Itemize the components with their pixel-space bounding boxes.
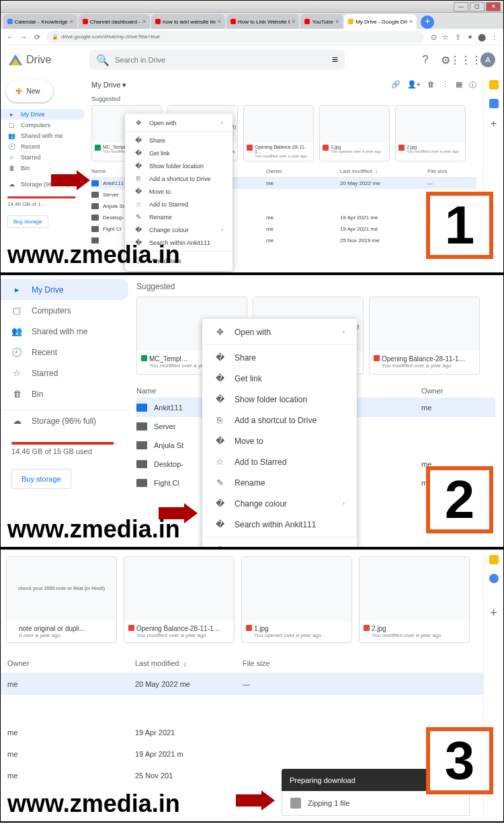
ctx-change-colour[interactable]: �Change colour›	[125, 223, 233, 236]
buy-storage-button[interactable]: Buy storage	[7, 215, 48, 228]
ctx-search-within-ankit111[interactable]: �Search within Ankit111	[202, 514, 357, 535]
browser-tab[interactable]: Calendar - Knowledge×	[3, 14, 77, 29]
menu-icon[interactable]: ⋮	[490, 33, 498, 41]
minimize-button[interactable]: —	[454, 2, 468, 11]
browser-tab[interactable]: how to add website lin×	[151, 14, 225, 29]
sidebar-item-bin[interactable]: 🗑Bin	[1, 383, 128, 404]
browser-tab[interactable]: How to Link Website t×	[226, 14, 299, 29]
sidebar-item-my-drive[interactable]: ▸My Drive	[1, 109, 85, 120]
sidebar-item-starred[interactable]: ☆Starred	[1, 363, 128, 383]
ctx-move-to[interactable]: �Move to	[202, 430, 357, 451]
sidebar-item-computers[interactable]: ▢Computers	[1, 300, 128, 321]
ctx-move-to[interactable]: �Move to	[125, 185, 233, 198]
sidebar-item-starred[interactable]: ☆Starred	[1, 152, 85, 163]
sidebar-item-recent[interactable]: 🕘Recent	[1, 141, 85, 152]
col-size[interactable]: File size	[427, 168, 447, 174]
ctx-get-link[interactable]: �Get link	[125, 147, 233, 159]
ctx-open-with[interactable]: ✥Open with›	[202, 322, 357, 342]
info-icon[interactable]: ⓘ	[469, 80, 476, 90]
col-modified[interactable]: Last modified ↓	[340, 168, 427, 174]
file-row[interactable]: me19 Apr 2021 m	[1, 743, 483, 765]
tab-close-icon[interactable]: ×	[142, 18, 146, 25]
col-owner[interactable]: Owner	[266, 168, 340, 174]
breadcrumb[interactable]: My Drive ▾	[91, 81, 126, 89]
suggested-card[interactable]: 1.jpgYou opened over a year ago	[319, 105, 390, 161]
ctx-rename[interactable]: ✎Rename	[202, 472, 357, 493]
extensions-icon[interactable]: ✦	[466, 33, 474, 41]
storage-item[interactable]: ☁ Storage (96% full)	[1, 410, 128, 431]
suggested-card[interactable]: 2.jpgYou modified over a year ago	[395, 105, 466, 161]
apps-icon[interactable]: ⋮⋮⋮	[460, 54, 471, 65]
tab-close-icon[interactable]: ×	[292, 18, 295, 25]
ctx-share[interactable]: �Share	[202, 347, 357, 368]
buy-storage-button[interactable]: Buy storage	[11, 469, 71, 489]
tab-close-icon[interactable]: ×	[409, 18, 413, 25]
tab-close-icon[interactable]: ×	[70, 18, 73, 25]
browser-tab[interactable]: My Drive - Google Dri×	[344, 14, 417, 29]
add-icon[interactable]: +	[490, 606, 497, 620]
suggested-card[interactable]: Opening Balance-28-11-1…You modified ove…	[243, 105, 314, 161]
suggested-card[interactable]: 1.jpgYou opened over a year ago	[241, 556, 352, 643]
ctx-show-folder-location[interactable]: �Show folder location	[125, 159, 233, 172]
keep-icon[interactable]	[489, 80, 499, 89]
ctx-add-a-shortcut-to-drive[interactable]: ⎘Add a shortcut to Drive	[202, 410, 357, 430]
more-icon[interactable]: ⋮	[442, 80, 449, 90]
browser-tab[interactable]: Channel dashboard -×	[79, 14, 150, 29]
ctx-change-colour[interactable]: �Change colour›	[202, 493, 357, 514]
sidebar-item-recent[interactable]: 🕘Recent	[1, 342, 128, 363]
back-icon[interactable]: ←	[6, 33, 14, 41]
forward-icon[interactable]: →	[19, 33, 28, 41]
reload-icon[interactable]: ⟳	[33, 33, 41, 41]
avatar[interactable]: A	[480, 52, 495, 67]
ctx-add-to-starred[interactable]: ☆Add to Starred	[125, 198, 233, 211]
search-box[interactable]: 🔍 ≡	[89, 50, 345, 70]
sidebar-item-computers[interactable]: ▢Computers	[1, 120, 85, 130]
sidebar-item-bin[interactable]: 🗑Bin	[1, 163, 85, 174]
help-icon[interactable]: ?	[420, 54, 431, 65]
col-owner[interactable]: Owner	[421, 387, 495, 395]
sidebar-item-shared-with-me[interactable]: 👥Shared with me	[1, 321, 128, 342]
ctx-show-folder-location[interactable]: �Show folder location	[202, 389, 357, 410]
drive-logo[interactable]: Drive	[9, 54, 83, 66]
ctx-add-a-shortcut-to-drive[interactable]: ⎘Add a shortcut to Drive	[125, 172, 233, 185]
suggested-card[interactable]: 2.jpgYou modified over a year ago	[359, 556, 470, 643]
share-icon[interactable]: ⇪	[454, 33, 462, 41]
search-input[interactable]	[115, 56, 327, 64]
suggested-card[interactable]: Opening Balance-28-11-1…You modified ove…	[369, 297, 480, 375]
sidebar-item-shared-with-me[interactable]: 👥Shared with me	[1, 130, 85, 141]
search-icon[interactable]: ⊙	[429, 33, 437, 41]
add-icon[interactable]: +	[491, 118, 497, 130]
star-icon[interactable]: ☆	[442, 33, 450, 41]
suggested-card[interactable]: Opening Balance-28-11-1…You modified ove…	[124, 556, 235, 643]
link-icon[interactable]: 🔗	[391, 80, 401, 90]
share-icon[interactable]: 👤+	[407, 80, 421, 90]
keep-icon[interactable]	[489, 555, 499, 564]
ctx-open-with[interactable]: ✥Open with›	[125, 116, 233, 129]
url-field[interactable]: 🔒 drive.google.com/drive/my-drive?ths=tr…	[46, 31, 424, 43]
tab-close-icon[interactable]: ×	[218, 18, 221, 25]
sidebar-item-my-drive[interactable]: ▸My Drive	[1, 279, 128, 300]
col-size[interactable]: File size	[243, 659, 350, 667]
browser-tab[interactable]: YouTube×	[300, 14, 343, 29]
ctx-view-details[interactable]: ⓘView details	[202, 539, 357, 550]
col-owner[interactable]: Owner	[7, 659, 135, 667]
file-row[interactable]	[1, 695, 483, 708]
ctx-add-to-starred[interactable]: ☆Add to Starred	[202, 451, 357, 472]
trash-icon[interactable]: 🗑	[427, 80, 435, 90]
grid-icon[interactable]: ▦	[456, 80, 462, 90]
tune-icon[interactable]: ≡	[332, 54, 338, 66]
tasks-icon[interactable]	[489, 99, 499, 108]
ctx-rename[interactable]: ✎Rename	[125, 211, 233, 223]
col-modified[interactable]: Last modified ↓	[135, 659, 243, 667]
new-button[interactable]: + New	[6, 80, 53, 102]
maximize-button[interactable]: ▢	[470, 2, 485, 11]
file-row[interactable]: me19 Apr 2021	[1, 722, 483, 743]
ctx-get-link[interactable]: �Get link	[202, 368, 357, 389]
file-row[interactable]	[1, 708, 483, 722]
profile-icon[interactable]: ⬤	[478, 33, 486, 41]
new-tab-button[interactable]: +	[421, 15, 434, 29]
tasks-icon[interactable]	[489, 574, 499, 583]
file-row[interactable]: me20 May 2022 me—	[1, 673, 483, 695]
ctx-share[interactable]: �Share	[125, 134, 233, 147]
close-button[interactable]: ✕	[486, 2, 501, 11]
